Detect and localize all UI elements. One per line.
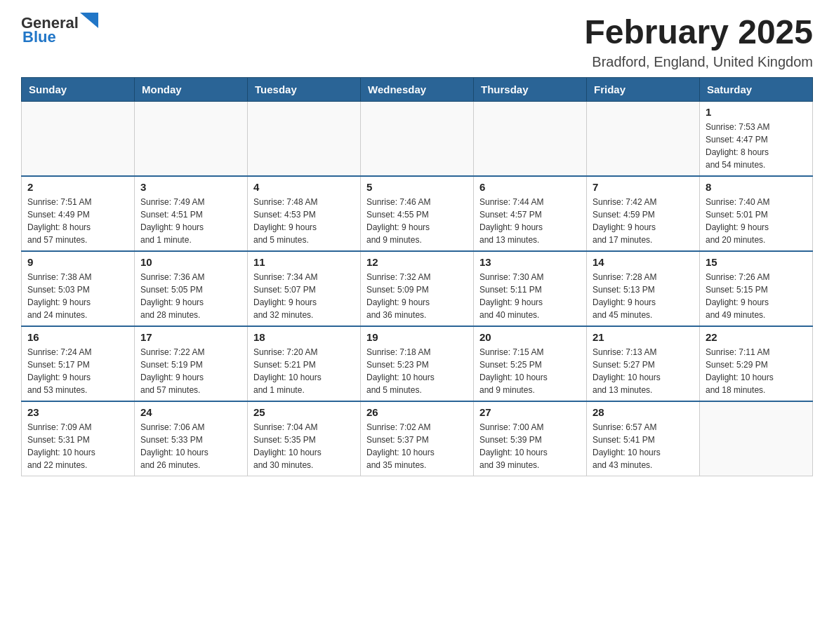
calendar-cell: 24Sunrise: 7:06 AMSunset: 5:33 PMDayligh… xyxy=(135,401,248,476)
day-number: 23 xyxy=(27,406,128,418)
day-number: 15 xyxy=(706,256,807,268)
calendar-header-row: SundayMondayTuesdayWednesdayThursdayFrid… xyxy=(22,77,813,101)
day-of-week-header: Monday xyxy=(135,77,248,101)
calendar-cell: 23Sunrise: 7:09 AMSunset: 5:31 PMDayligh… xyxy=(22,401,135,476)
day-number: 27 xyxy=(479,406,581,418)
calendar-week-row: 9Sunrise: 7:38 AMSunset: 5:03 PMDaylight… xyxy=(22,251,813,326)
calendar-cell xyxy=(22,101,135,176)
day-number: 18 xyxy=(253,331,355,343)
day-number: 17 xyxy=(140,331,241,343)
calendar-cell: 27Sunrise: 7:00 AMSunset: 5:39 PMDayligh… xyxy=(474,401,587,476)
calendar-cell: 20Sunrise: 7:15 AMSunset: 5:25 PMDayligh… xyxy=(474,326,587,401)
calendar-cell: 21Sunrise: 7:13 AMSunset: 5:27 PMDayligh… xyxy=(587,326,700,401)
calendar-cell xyxy=(474,101,587,176)
day-info: Sunrise: 7:15 AMSunset: 5:25 PMDaylight:… xyxy=(479,346,581,396)
day-info: Sunrise: 7:22 AMSunset: 5:19 PMDaylight:… xyxy=(140,346,241,396)
day-info: Sunrise: 7:26 AMSunset: 5:15 PMDaylight:… xyxy=(706,271,807,321)
calendar-cell: 6Sunrise: 7:44 AMSunset: 4:57 PMDaylight… xyxy=(474,176,587,251)
calendar-cell: 28Sunrise: 6:57 AMSunset: 5:41 PMDayligh… xyxy=(587,401,700,476)
day-info: Sunrise: 7:30 AMSunset: 5:11 PMDaylight:… xyxy=(479,271,581,321)
day-number: 21 xyxy=(593,331,694,343)
calendar-cell: 3Sunrise: 7:49 AMSunset: 4:51 PMDaylight… xyxy=(135,176,248,251)
calendar-cell: 12Sunrise: 7:32 AMSunset: 5:09 PMDayligh… xyxy=(361,251,474,326)
day-number: 25 xyxy=(253,406,355,418)
day-info: Sunrise: 7:24 AMSunset: 5:17 PMDaylight:… xyxy=(27,346,128,396)
calendar-week-row: 1Sunrise: 7:53 AMSunset: 4:47 PMDaylight… xyxy=(22,101,813,176)
calendar-week-row: 23Sunrise: 7:09 AMSunset: 5:31 PMDayligh… xyxy=(22,401,813,476)
calendar-cell xyxy=(135,101,248,176)
day-number: 2 xyxy=(27,181,128,193)
day-number: 7 xyxy=(593,181,694,193)
location: Bradford, England, United Kingdom xyxy=(584,54,813,70)
day-info: Sunrise: 7:40 AMSunset: 5:01 PMDaylight:… xyxy=(706,196,807,246)
calendar-cell: 16Sunrise: 7:24 AMSunset: 5:17 PMDayligh… xyxy=(22,326,135,401)
day-number: 24 xyxy=(140,406,241,418)
day-info: Sunrise: 7:46 AMSunset: 4:55 PMDaylight:… xyxy=(366,196,468,246)
day-info: Sunrise: 7:28 AMSunset: 5:13 PMDaylight:… xyxy=(593,271,694,321)
day-of-week-header: Friday xyxy=(587,77,700,101)
calendar-cell xyxy=(361,101,474,176)
calendar-cell xyxy=(248,101,361,176)
day-number: 5 xyxy=(366,181,468,193)
calendar-cell: 10Sunrise: 7:36 AMSunset: 5:05 PMDayligh… xyxy=(135,251,248,326)
day-number: 4 xyxy=(253,181,355,193)
calendar-cell xyxy=(587,101,700,176)
day-of-week-header: Thursday xyxy=(474,77,587,101)
day-info: Sunrise: 7:51 AMSunset: 4:49 PMDaylight:… xyxy=(27,196,128,246)
day-info: Sunrise: 7:49 AMSunset: 4:51 PMDaylight:… xyxy=(140,196,241,246)
day-info: Sunrise: 7:04 AMSunset: 5:35 PMDaylight:… xyxy=(253,421,355,471)
day-info: Sunrise: 7:13 AMSunset: 5:27 PMDaylight:… xyxy=(593,346,694,396)
calendar-cell: 2Sunrise: 7:51 AMSunset: 4:49 PMDaylight… xyxy=(22,176,135,251)
day-info: Sunrise: 7:00 AMSunset: 5:39 PMDaylight:… xyxy=(479,421,581,471)
calendar-cell: 7Sunrise: 7:42 AMSunset: 4:59 PMDaylight… xyxy=(587,176,700,251)
svg-marker-0 xyxy=(80,13,98,28)
day-number: 22 xyxy=(706,331,807,343)
day-number: 1 xyxy=(706,106,807,118)
day-number: 20 xyxy=(479,331,581,343)
calendar-cell: 15Sunrise: 7:26 AMSunset: 5:15 PMDayligh… xyxy=(700,251,813,326)
calendar-cell: 5Sunrise: 7:46 AMSunset: 4:55 PMDaylight… xyxy=(361,176,474,251)
day-number: 6 xyxy=(479,181,581,193)
day-info: Sunrise: 7:48 AMSunset: 4:53 PMDaylight:… xyxy=(253,196,355,246)
calendar-cell xyxy=(700,401,813,476)
day-info: Sunrise: 7:02 AMSunset: 5:37 PMDaylight:… xyxy=(366,421,468,471)
logo: General Blue xyxy=(21,14,98,46)
calendar-cell: 11Sunrise: 7:34 AMSunset: 5:07 PMDayligh… xyxy=(248,251,361,326)
day-info: Sunrise: 7:53 AMSunset: 4:47 PMDaylight:… xyxy=(706,121,807,171)
day-info: Sunrise: 7:36 AMSunset: 5:05 PMDaylight:… xyxy=(140,271,241,321)
day-number: 9 xyxy=(27,256,128,268)
day-info: Sunrise: 7:09 AMSunset: 5:31 PMDaylight:… xyxy=(27,421,128,471)
day-info: Sunrise: 7:44 AMSunset: 4:57 PMDaylight:… xyxy=(479,196,581,246)
calendar-cell: 8Sunrise: 7:40 AMSunset: 5:01 PMDaylight… xyxy=(700,176,813,251)
day-info: Sunrise: 6:57 AMSunset: 5:41 PMDaylight:… xyxy=(593,421,694,471)
calendar-cell: 9Sunrise: 7:38 AMSunset: 5:03 PMDaylight… xyxy=(22,251,135,326)
day-info: Sunrise: 7:42 AMSunset: 4:59 PMDaylight:… xyxy=(593,196,694,246)
calendar-cell: 13Sunrise: 7:30 AMSunset: 5:11 PMDayligh… xyxy=(474,251,587,326)
day-of-week-header: Saturday xyxy=(700,77,813,101)
day-info: Sunrise: 7:20 AMSunset: 5:21 PMDaylight:… xyxy=(253,346,355,396)
logo-blue: Blue xyxy=(22,28,56,46)
day-number: 13 xyxy=(479,256,581,268)
day-info: Sunrise: 7:11 AMSunset: 5:29 PMDaylight:… xyxy=(706,346,807,396)
day-info: Sunrise: 7:38 AMSunset: 5:03 PMDaylight:… xyxy=(27,271,128,321)
day-of-week-header: Wednesday xyxy=(361,77,474,101)
logo-triangle-icon xyxy=(80,13,98,31)
calendar-cell: 4Sunrise: 7:48 AMSunset: 4:53 PMDaylight… xyxy=(248,176,361,251)
calendar-cell: 18Sunrise: 7:20 AMSunset: 5:21 PMDayligh… xyxy=(248,326,361,401)
day-number: 12 xyxy=(366,256,468,268)
day-info: Sunrise: 7:32 AMSunset: 5:09 PMDaylight:… xyxy=(366,271,468,321)
page-header: General Blue February 2025 Bradford, Eng… xyxy=(21,14,813,70)
calendar-week-row: 2Sunrise: 7:51 AMSunset: 4:49 PMDaylight… xyxy=(22,176,813,251)
day-info: Sunrise: 7:34 AMSunset: 5:07 PMDaylight:… xyxy=(253,271,355,321)
calendar-cell: 1Sunrise: 7:53 AMSunset: 4:47 PMDaylight… xyxy=(700,101,813,176)
day-of-week-header: Sunday xyxy=(22,77,135,101)
calendar-cell: 26Sunrise: 7:02 AMSunset: 5:37 PMDayligh… xyxy=(361,401,474,476)
calendar-cell: 22Sunrise: 7:11 AMSunset: 5:29 PMDayligh… xyxy=(700,326,813,401)
day-number: 19 xyxy=(366,331,468,343)
month-title: February 2025 xyxy=(584,14,813,51)
day-info: Sunrise: 7:06 AMSunset: 5:33 PMDaylight:… xyxy=(140,421,241,471)
day-number: 26 xyxy=(366,406,468,418)
calendar-cell: 25Sunrise: 7:04 AMSunset: 5:35 PMDayligh… xyxy=(248,401,361,476)
calendar-cell: 17Sunrise: 7:22 AMSunset: 5:19 PMDayligh… xyxy=(135,326,248,401)
day-number: 10 xyxy=(140,256,241,268)
